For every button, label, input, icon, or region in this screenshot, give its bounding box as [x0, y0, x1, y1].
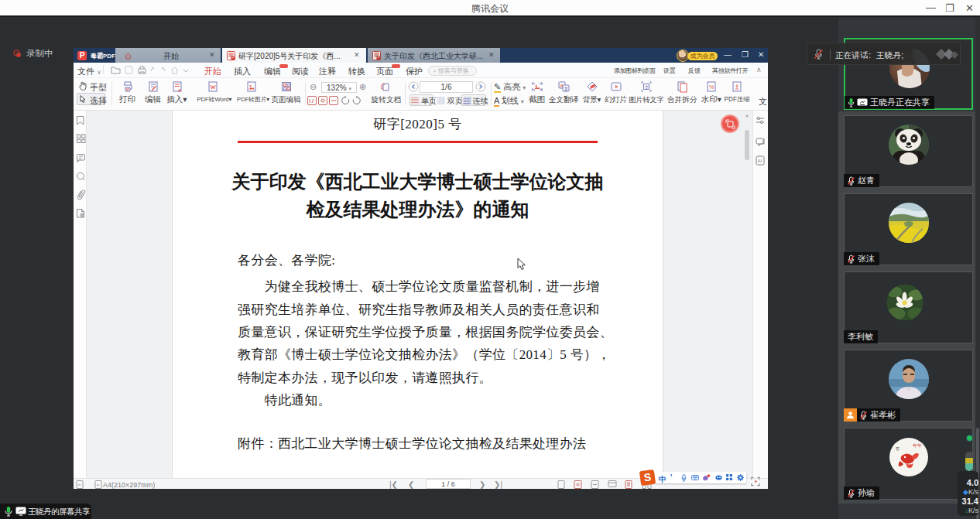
- svg-text:AI: AI: [758, 159, 762, 163]
- svg-text:文: 文: [645, 84, 649, 90]
- svg-text:有: 有: [896, 446, 899, 451]
- svg-text:文: 文: [564, 86, 569, 91]
- svg-text:%: %: [709, 84, 714, 90]
- svg-text:年年: 年年: [913, 443, 922, 448]
